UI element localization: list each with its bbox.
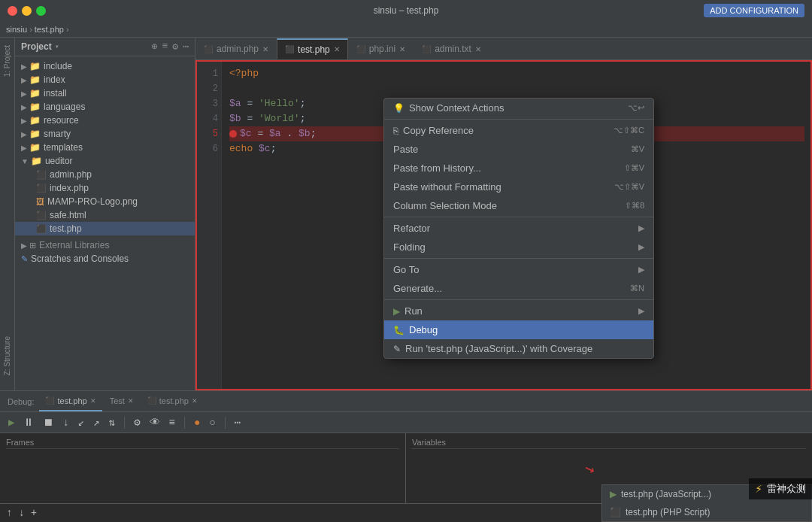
debug-toolbar-sep-2 (184, 417, 185, 429)
run-js-icon: ▶ (610, 489, 617, 499)
evaluate-button[interactable]: ⚙ (132, 414, 142, 430)
cm-paste[interactable]: Paste ⌘V (384, 140, 653, 159)
frames-button[interactable]: ≡ (167, 415, 177, 430)
tab-close-admin-txt[interactable]: ✕ (475, 45, 481, 53)
nav-up-button[interactable]: ↑ (6, 507, 12, 519)
step-over-button[interactable]: ↓ (60, 415, 71, 430)
breakpoint-button[interactable]: ● (192, 415, 202, 430)
debug-tab-close-test[interactable]: ✕ (128, 397, 134, 405)
cm-paste-history[interactable]: Paste from History... ⇧⌘V (384, 159, 653, 178)
cm-goto[interactable]: Go To ▶ (384, 260, 653, 279)
debug-tab-label-test-php-2: test.php (159, 396, 189, 405)
debug-toolbar-sep-1 (124, 417, 125, 429)
debug-tab-close-1[interactable]: ✕ (90, 397, 96, 405)
html-file-icon: ⬛ (36, 211, 47, 220)
nav-add-button[interactable]: + (31, 507, 37, 519)
code-token: $c (240, 126, 252, 141)
settings-debug-button[interactable]: ⋯ (232, 414, 243, 430)
debug-tab-close-2[interactable]: ✕ (192, 397, 198, 405)
more-icon[interactable]: ⋯ (183, 41, 189, 53)
debug-toolbar: ▶ ⏸ ⏹ ↓ ↙ ↗ ⇅ ⚙ 👁 ≡ ● ○ ⋯ (0, 412, 812, 433)
watches-button[interactable]: 👁 (147, 415, 162, 430)
sidebar-item-admin-php[interactable]: ⬛ admin.php (15, 168, 195, 181)
debug-frames-panel: Frames (0, 433, 406, 503)
sidebar-item-test-php[interactable]: ⬛ test.php ← (15, 222, 195, 235)
cm-arrow-goto: ▶ (638, 265, 644, 275)
project-panel-label: 1: Project (3, 45, 11, 77)
maximize-button[interactable] (36, 6, 46, 16)
cm-label-paste-no-format: Paste without Formatting (393, 181, 501, 193)
breadcrumb-item-1[interactable]: sinsiu (6, 25, 27, 34)
run-cursor-button[interactable]: ⇅ (107, 414, 117, 430)
cm-shortcut-paste: ⌘V (631, 144, 644, 154)
minimize-button[interactable] (22, 6, 32, 16)
stop-button[interactable]: ⏹ (41, 415, 56, 430)
resume-button[interactable]: ▶ (6, 414, 17, 430)
breadcrumb-item-2[interactable]: test.php (35, 25, 64, 34)
cm-generate[interactable]: Generate... ⌘N (384, 279, 653, 298)
cm-divider-4 (384, 299, 653, 300)
cm-copy-ref[interactable]: ⎘ Copy Reference ⌥⇧⌘C (384, 121, 653, 140)
mute-breakpoints-button[interactable]: ○ (207, 415, 217, 430)
cm-run-coverage[interactable]: ✎ Run 'test.php (JavaScript...)' with Co… (384, 339, 653, 358)
cm-run[interactable]: ▶ Run ▶ (384, 302, 653, 320)
step-into-button[interactable]: ↙ (76, 414, 86, 430)
sidebar-item-templates[interactable]: ▶ 📁 templates (15, 141, 195, 154)
sidebar-item-safe-html[interactable]: ⬛ safe.html (15, 208, 195, 222)
tab-test-php[interactable]: ⬛ test.php ✕ (277, 38, 348, 59)
add-config-button[interactable]: ADD CONFIGURATION (704, 4, 804, 17)
cm-paste-no-format[interactable]: Paste without Formatting ⌥⇧⌘V (384, 178, 653, 196)
ini-tab-icon: ⬛ (356, 45, 365, 53)
sidebar-item-label-install: install (44, 88, 67, 99)
code-line-1: <?php (229, 66, 804, 81)
context-menu: 💡 Show Context Actions ⌥↩ ⎘ Copy Referen… (383, 98, 654, 359)
sidebar-item-external-libs[interactable]: ▶ ⊞ External Libraries (15, 238, 195, 252)
folder-icon: 📁 (29, 142, 41, 153)
sidebar-item-index-php[interactable]: ⬛ index.php (15, 181, 195, 195)
tab-close-php-ini[interactable]: ✕ (399, 45, 405, 53)
run-php-icon: ⬛ (610, 507, 621, 517)
sidebar-item-install[interactable]: ▶ 📁 install (15, 86, 195, 100)
debug-tab-test[interactable]: Test ✕ (104, 392, 140, 411)
cm-folding[interactable]: Folding ▶ (384, 238, 653, 256)
cm-col-select[interactable]: Column Selection Mode ⇧⌘8 (384, 196, 653, 215)
tab-close-admin-php[interactable]: ✕ (262, 45, 268, 53)
window-title: sinsiu – test.php (374, 5, 439, 16)
sidebar-item-index[interactable]: ▶ 📁 index (15, 73, 195, 86)
cm-refactor[interactable]: Refactor ▶ (384, 219, 653, 238)
sidebar-item-include[interactable]: ▶ 📁 include (15, 59, 195, 73)
line-numbers: 1 2 3 4 5 6 (195, 60, 222, 390)
file-tree: ▶ 📁 include ▶ 📁 index ▶ 📁 install ▶ 📁 la… (15, 56, 195, 390)
sidebar-item-ueditor[interactable]: ▼ 📁 ueditor (15, 154, 195, 168)
debug-tab-test-php-1[interactable]: ⬛ test.php ✕ (39, 392, 102, 411)
code-token: ; (300, 96, 306, 111)
settings-icon[interactable]: ⚙ (172, 41, 178, 53)
cm-debug[interactable]: 🐛 Debug (384, 320, 653, 339)
sidebar-item-mamp-logo[interactable]: 🖼 MAMP-PRO-Logo.png (15, 195, 195, 208)
window-controls (8, 6, 46, 16)
tab-php-ini[interactable]: ⬛ php.ini ✕ (348, 38, 414, 59)
sidebar-item-smarty[interactable]: ▶ 📁 smarty (15, 127, 195, 141)
debug-tab-test-php-2[interactable]: ⬛ test.php ✕ (141, 392, 204, 411)
tab-admin-php[interactable]: ⬛ admin.php ✕ (195, 38, 277, 59)
locate-icon[interactable]: ⊕ (152, 41, 158, 53)
project-caret[interactable]: ▾ (55, 42, 59, 51)
debug-label: Debug: (4, 397, 38, 406)
close-button[interactable] (8, 6, 17, 16)
tab-admin-txt[interactable]: ⬛ admin.txt ✕ (414, 38, 489, 59)
popup-run-php[interactable]: ⬛ test.php (PHP Script) (602, 503, 811, 521)
cm-show-context[interactable]: 💡 Show Context Actions ⌥↩ (384, 99, 653, 117)
sidebar-item-label-safe-html: safe.html (50, 210, 86, 220)
cm-shortcut-copy-ref: ⌥⇧⌘C (614, 126, 644, 135)
collapse-icon[interactable]: ≡ (162, 41, 168, 53)
sidebar-item-scratches[interactable]: ✎ Scratches and Consoles (15, 252, 195, 266)
step-out-button[interactable]: ↗ (91, 414, 102, 430)
file-tree-sidebar: Project ▾ ⊕ ≡ ⚙ ⋯ ▶ 📁 include ▶ 📁 index (15, 38, 195, 390)
lib-icon: ⊞ (29, 241, 36, 250)
nav-down-button[interactable]: ↓ (18, 507, 24, 519)
pause-button[interactable]: ⏸ (21, 415, 36, 430)
sidebar-item-languages[interactable]: ▶ 📁 languages (15, 100, 195, 114)
tab-close-test-php[interactable]: ✕ (334, 45, 340, 53)
sidebar-item-resource[interactable]: ▶ 📁 resource (15, 114, 195, 127)
sidebar-item-label-templates: templates (44, 142, 83, 153)
